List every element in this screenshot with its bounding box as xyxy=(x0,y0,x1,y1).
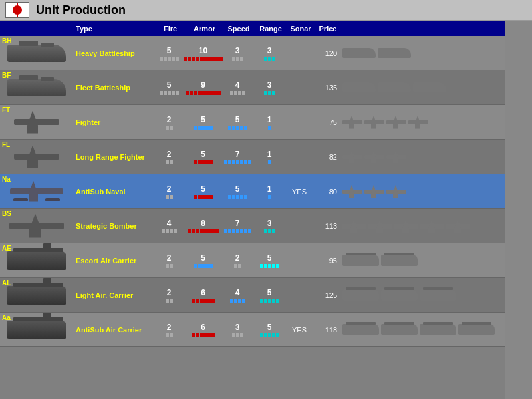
unit-range: 1 xyxy=(253,150,285,164)
unit-image-cell: FL xyxy=(0,140,73,174)
unit-preview xyxy=(340,278,505,313)
japan-flag xyxy=(5,2,29,18)
unit-preview xyxy=(340,70,505,105)
unit-fire: 2 xyxy=(153,288,185,303)
unit-speed: 5 xyxy=(221,184,253,199)
header-range: Range xyxy=(253,25,285,33)
header-sonar: Sonar xyxy=(285,25,313,33)
unit-speed: 2 xyxy=(221,253,253,268)
unit-code: AL xyxy=(2,279,11,287)
unit-preview xyxy=(340,36,505,70)
unit-fire: 2 xyxy=(153,184,185,199)
unit-type: AntiSub Air Carrier xyxy=(73,326,153,334)
unit-price: 135 xyxy=(313,84,340,92)
unit-armor: 6 xyxy=(185,288,221,303)
unit-range: 3 xyxy=(253,46,285,61)
unit-code: BH xyxy=(2,37,11,45)
unit-armor: 10 xyxy=(185,46,221,61)
table-row[interactable]: ALLight Air. Carrier2645125 xyxy=(0,278,505,313)
unit-type: AntiSub Naval xyxy=(73,188,153,196)
title-bar: Unit Production xyxy=(0,0,532,21)
unit-range: 1 xyxy=(253,115,285,130)
unit-fire: 2 xyxy=(153,115,185,130)
unit-code: Aa xyxy=(2,314,11,321)
unit-code: BF xyxy=(2,72,11,79)
unit-range: 3 xyxy=(253,80,285,95)
unit-range: 3 xyxy=(253,219,285,233)
header-speed: Speed xyxy=(221,25,253,33)
unit-preview xyxy=(340,243,505,278)
unit-range: 5 xyxy=(253,323,285,337)
unit-preview xyxy=(340,140,505,174)
unit-type: Long Range Fighter xyxy=(73,153,153,161)
unit-price: 95 xyxy=(313,257,340,265)
unit-fire: 5 xyxy=(153,46,185,61)
table-row[interactable]: AaAntiSub Air Carrier2635YES118 xyxy=(0,313,505,347)
unit-speed: 4 xyxy=(221,288,253,303)
table-header: Type Fire Armor Speed Range Sonar Price xyxy=(0,21,505,36)
unit-armor: 5 xyxy=(185,184,221,199)
unit-price: 80 xyxy=(313,188,340,196)
header-armor: Armor xyxy=(185,25,221,33)
unit-price: 75 xyxy=(313,118,340,126)
unit-armor: 6 xyxy=(185,323,221,337)
table-row[interactable]: FTFighter255175 xyxy=(0,105,505,140)
unit-image-cell: AL xyxy=(0,278,73,313)
unit-speed: 3 xyxy=(221,46,253,61)
unit-image-cell: BS xyxy=(0,209,73,243)
unit-type: Fighter xyxy=(73,118,153,126)
unit-code: AE xyxy=(2,245,11,252)
unit-range: 1 xyxy=(253,184,285,199)
table-row[interactable]: BHHeavy Battleship51033120 xyxy=(0,36,505,70)
unit-preview xyxy=(340,209,505,243)
unit-speed: 5 xyxy=(221,115,253,130)
unit-code: Na xyxy=(2,176,11,183)
unit-range: 5 xyxy=(253,253,285,268)
unit-speed: 7 xyxy=(221,150,253,164)
unit-image-cell: FT xyxy=(0,105,73,140)
table-row[interactable]: NaAntiSub Naval2551YES80 xyxy=(0,174,505,209)
unit-speed: 3 xyxy=(221,323,253,337)
unit-price: 118 xyxy=(313,326,340,334)
unit-armor: 5 xyxy=(185,150,221,164)
unit-armor: 9 xyxy=(185,80,221,95)
header-price: Price xyxy=(313,25,340,33)
unit-type: Escort Air Carrier xyxy=(73,257,153,265)
unit-type: Fleet Battleship xyxy=(73,84,153,92)
unit-speed: 7 xyxy=(221,219,253,233)
unit-preview xyxy=(340,313,505,347)
table-body[interactable]: BHHeavy Battleship51033120BFFleet Battle… xyxy=(0,36,505,399)
table-row[interactable]: FLLong Range Fighter257182 xyxy=(0,140,505,174)
unit-price: 120 xyxy=(313,49,340,57)
table-row[interactable]: AEEscort Air Carrier252595 xyxy=(0,243,505,278)
unit-image-cell: Aa xyxy=(0,313,73,347)
unit-armor: 5 xyxy=(185,115,221,130)
unit-image-cell: BH xyxy=(0,36,73,70)
unit-sonar: YES xyxy=(285,326,313,334)
unit-range: 5 xyxy=(253,288,285,303)
unit-image-cell: AE xyxy=(0,243,73,278)
unit-fire: 2 xyxy=(153,253,185,268)
header-fire: Fire xyxy=(153,25,185,33)
unit-preview xyxy=(340,174,505,209)
unit-code: FL xyxy=(2,141,10,148)
unit-type: Light Air. Carrier xyxy=(73,291,153,299)
unit-image-cell: Na xyxy=(0,174,73,209)
unit-price: 82 xyxy=(313,153,340,161)
page-title: Unit Production xyxy=(36,3,126,17)
table-row[interactable]: BFFleet Battleship5943135 xyxy=(0,70,505,105)
unit-type: Heavy Battleship xyxy=(73,49,153,57)
unit-armor: 5 xyxy=(185,253,221,268)
unit-table: Type Fire Armor Speed Range Sonar Price … xyxy=(0,21,505,399)
unit-fire: 5 xyxy=(153,80,185,95)
unit-speed: 4 xyxy=(221,80,253,95)
unit-price: 125 xyxy=(313,291,340,299)
main-area: Type Fire Armor Speed Range Sonar Price … xyxy=(0,21,532,399)
header-type: Type xyxy=(73,25,153,33)
unit-code: FT xyxy=(2,106,10,114)
unit-price: 113 xyxy=(313,222,340,230)
unit-fire: 2 xyxy=(153,323,185,337)
unit-preview xyxy=(340,105,505,140)
unit-fire: 4 xyxy=(153,219,185,233)
table-row[interactable]: BSStrategic Bomber4873113 xyxy=(0,209,505,243)
